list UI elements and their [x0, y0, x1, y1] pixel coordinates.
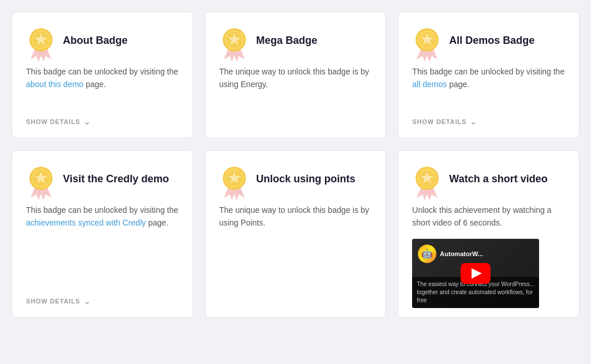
card-footer: SHOW DETAILS⌄ [26, 108, 179, 129]
card-visit-credly: Visit the Credly demoThis badge can be u… [12, 150, 193, 318]
card-body: Unlock this achievement by watching a sh… [412, 204, 565, 230]
card-body: The unique way to unlock this badge is b… [219, 65, 372, 129]
show-details-button[interactable]: SHOW DETAILS⌄ [26, 115, 91, 129]
card-title: About Badge [63, 35, 128, 47]
card-about-badge: About BadgeThis badge can be unlocked by… [12, 12, 193, 138]
show-details-label: SHOW DETAILS [412, 118, 466, 125]
card-title: Visit the Credly demo [63, 173, 169, 186]
play-triangle-icon [472, 268, 482, 279]
card-body: The unique way to unlock this badge is b… [219, 204, 372, 308]
card-link[interactable]: about this demo [26, 80, 84, 89]
show-details-button[interactable]: SHOW DETAILS⌄ [412, 115, 477, 129]
badge-icon [26, 164, 56, 194]
play-button[interactable] [461, 263, 491, 284]
card-body: This badge can be unlocked by visiting t… [26, 204, 179, 278]
card-header: All Demos Badge [412, 26, 565, 56]
card-body: This badge can be unlocked by visiting t… [26, 65, 179, 99]
card-link[interactable]: all demos [412, 80, 447, 89]
badge-icon [412, 26, 442, 56]
badge-icon [26, 26, 56, 56]
badge-icon [219, 164, 249, 194]
video-thumbnail[interactable]: 🤖 AutomatorW... The easiest way to conne… [412, 239, 539, 308]
channel-logo: 🤖 [418, 245, 436, 263]
card-mega-badge: Mega BadgeThe unique way to unlock this … [205, 12, 387, 138]
badge-grid: About BadgeThis badge can be unlocked by… [12, 12, 579, 318]
card-title: Mega Badge [256, 35, 317, 47]
card-header: Mega Badge [219, 26, 372, 56]
card-watch-video: Watch a short videoUnlock this achieveme… [398, 150, 579, 318]
card-body: This badge can be unlocked by visiting t… [412, 65, 565, 99]
chevron-down-icon: ⌄ [470, 117, 477, 126]
show-details-button[interactable]: SHOW DETAILS⌄ [26, 294, 91, 308]
video-channel: 🤖 AutomatorW... [418, 245, 483, 263]
card-header: Unlock using points [219, 164, 372, 194]
badge-icon [219, 26, 249, 56]
card-header: Visit the Credly demo [26, 164, 179, 194]
card-unlock-points: Unlock using pointsThe unique way to unl… [205, 150, 387, 318]
card-title: All Demos Badge [449, 35, 534, 47]
show-details-label: SHOW DETAILS [26, 118, 80, 125]
card-header: Watch a short video [412, 164, 565, 194]
card-link[interactable]: achievements synced with Credly [26, 218, 146, 227]
card-header: About Badge [26, 26, 179, 56]
chevron-down-icon: ⌄ [84, 117, 91, 126]
card-footer: SHOW DETAILS⌄ [26, 287, 179, 308]
card-title: Unlock using points [256, 173, 356, 186]
card-all-demos-badge: All Demos BadgeThis badge can be unlocke… [398, 12, 579, 138]
channel-name: AutomatorW... [440, 250, 483, 257]
badge-icon [412, 164, 442, 194]
chevron-down-icon: ⌄ [84, 297, 91, 306]
card-footer: SHOW DETAILS⌄ [412, 108, 565, 129]
card-title: Watch a short video [449, 173, 547, 186]
show-details-label: SHOW DETAILS [26, 298, 80, 305]
